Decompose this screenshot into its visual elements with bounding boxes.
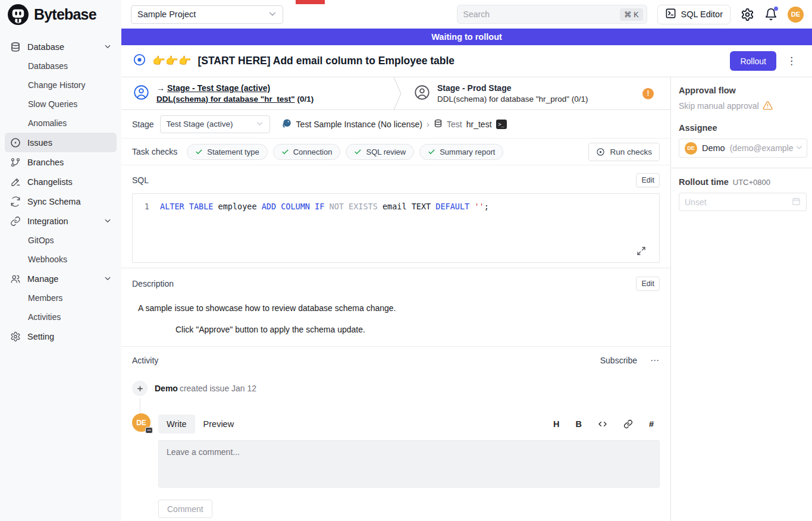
check-icon	[428, 148, 435, 156]
user-avatar[interactable]: DE	[788, 7, 804, 23]
activity-event: Democreated issue Jan 12	[132, 381, 660, 396]
stage-select[interactable]: Test Stage (active)	[160, 115, 270, 133]
database-small-icon	[434, 119, 443, 130]
settings-button[interactable]	[741, 8, 754, 21]
instance-link[interactable]: Test Sample Instance (No license)	[296, 120, 422, 129]
sidebar-item-sync-schema[interactable]: Sync Schema	[5, 192, 117, 211]
code-icon[interactable]	[598, 419, 607, 429]
chevron-down-icon	[795, 143, 803, 153]
notifications-button[interactable]	[764, 8, 777, 21]
sql-editor-button[interactable]: SQL Editor	[657, 5, 731, 24]
stage-bar: Stage Test Stage (active) Test Sample In…	[121, 110, 670, 139]
task-checks-label: Task checks	[132, 147, 177, 156]
assignee-select[interactable]: DE Demo (demo@example	[679, 139, 807, 158]
sql-label: SQL	[132, 175, 149, 185]
sidebar-item-change-history[interactable]: Change History	[5, 76, 117, 95]
markdown-toolbar: H B #	[553, 419, 660, 429]
sidebar-item-changelists[interactable]: Changelists	[5, 172, 117, 192]
search-input[interactable]	[463, 10, 620, 19]
sql-editor-label: SQL Editor	[681, 10, 723, 19]
sidebar-item-gitops[interactable]: GitOps	[5, 231, 117, 250]
check-pill-summary-report[interactable]: Summary report	[419, 144, 503, 160]
stage-progress: (0/1)	[297, 95, 313, 103]
sidebar-item-databases[interactable]: Databases	[5, 57, 117, 76]
comment-bubble-icon: •••	[145, 427, 153, 434]
check-pill-connection[interactable]: Connection	[273, 144, 341, 160]
subscribe-button[interactable]: Subscribe	[600, 356, 637, 365]
description-label: Description	[132, 279, 174, 288]
hash-icon[interactable]: #	[649, 419, 654, 429]
check-pill-sql-review[interactable]: SQL review	[346, 144, 414, 160]
sidebar-item-manage[interactable]: Manage	[5, 269, 117, 288]
tab-write[interactable]: Write	[158, 415, 195, 434]
search-box[interactable]: ⌘ K	[457, 5, 647, 24]
user-circle-icon	[133, 84, 149, 103]
content: Sample Project ⌘ K SQL Editor	[121, 0, 812, 521]
stage-task: DDL(schema) for database "hr_prod" (0/1)	[437, 95, 588, 103]
chevron-down-icon	[104, 42, 111, 52]
issues-icon	[10, 137, 21, 148]
sidebar-item-label: Integration	[27, 216, 68, 226]
rollout-time-label: Rollout time	[679, 177, 729, 187]
stage-card-prod[interactable]: Stage - Prod Stage DDL(schema) for datab…	[402, 77, 670, 109]
sidebar-item-slow-queries[interactable]: Slow Queries	[5, 95, 117, 114]
pencil-list-icon	[10, 177, 21, 187]
branch-icon	[10, 157, 21, 168]
run-checks-button[interactable]: Run checks	[588, 143, 660, 161]
calendar-icon	[792, 197, 801, 208]
sidebar-item-branches[interactable]: Branches	[5, 152, 117, 172]
sidebar: Bytebase Database Databases Change Histo…	[0, 0, 121, 521]
link-icon[interactable]	[623, 419, 633, 429]
description-edit-button[interactable]: Edit	[636, 277, 660, 291]
line-number: 1	[133, 202, 160, 211]
check-icon	[195, 148, 203, 156]
stage-card-test[interactable]: → Stage - Test Stage (active) DDL(schema…	[121, 77, 393, 109]
rollout-time-placeholder: Unset	[685, 197, 707, 207]
sidebar-item-webhooks[interactable]: Webhooks	[5, 250, 117, 269]
expand-editor-icon[interactable]	[637, 246, 646, 258]
tab-preview[interactable]: Preview	[195, 415, 243, 434]
rollout-button[interactable]: Rollout	[730, 51, 776, 71]
sidebar-item-label: Manage	[27, 274, 58, 284]
sidebar-item-label: Database	[27, 42, 64, 52]
sidebar-item-anomalies[interactable]: Anomalies	[5, 114, 117, 133]
database-icon	[10, 42, 21, 52]
event-description: created issue Jan 12	[180, 384, 256, 393]
project-select[interactable]: Sample Project	[131, 5, 283, 24]
sidebar-item-database[interactable]: Database	[5, 37, 117, 57]
chevron-down-icon	[104, 216, 111, 226]
chevron-down-icon	[104, 274, 111, 284]
bold-icon[interactable]: B	[575, 419, 581, 429]
comment-input[interactable]	[158, 440, 660, 488]
issue-sidebar-panel: Approval flow Skip manual approval Assig…	[671, 77, 812, 521]
approval-flow-label: Approval flow	[679, 86, 812, 95]
rollout-time-input[interactable]: Unset	[679, 193, 807, 211]
sidebar-item-label: Sync Schema	[27, 197, 80, 206]
brand-logo[interactable]: Bytebase	[0, 0, 121, 29]
kebab-menu-icon[interactable]: ⋮	[783, 54, 800, 68]
sql-edit-button[interactable]: Edit	[636, 173, 660, 187]
postgres-icon	[282, 118, 292, 130]
gear-icon	[10, 331, 21, 342]
sidebar-item-setting[interactable]: Setting	[5, 327, 117, 346]
brand-name: Bytebase	[34, 6, 96, 23]
open-sql-console-icon[interactable]: >_	[496, 120, 507, 129]
sidebar-item-issues[interactable]: Issues	[5, 133, 117, 152]
sidebar-item-activities[interactable]: Activities	[5, 307, 117, 327]
status-banner: Waiting to rollout	[121, 29, 812, 45]
comment-submit-button[interactable]: Comment	[158, 500, 212, 518]
comment-tabs: Write Preview H B	[158, 413, 660, 435]
heading-icon[interactable]: H	[553, 419, 559, 429]
sidebar-item-members[interactable]: Members	[5, 288, 117, 307]
chevron-down-icon	[268, 10, 277, 20]
assignee-avatar: DE	[685, 142, 697, 155]
sql-editor[interactable]: 1ALTER TABLE employee ADD COLUMN IF NOT …	[132, 193, 660, 263]
active-stage-arrow: →	[156, 83, 165, 93]
sql-statement: 1ALTER TABLE employee ADD COLUMN IF NOT …	[133, 194, 659, 211]
check-pill-statement-type[interactable]: Statement type	[187, 144, 267, 160]
recording-indicator	[296, 0, 325, 4]
database-link[interactable]: hr_test	[466, 120, 492, 129]
ellipsis-menu-icon[interactable]: ⋯	[650, 355, 660, 366]
sidebar-item-integration[interactable]: Integration	[5, 211, 117, 231]
sql-section: SQL Edit 1ALTER TABLE employee ADD COLUM…	[121, 165, 670, 268]
